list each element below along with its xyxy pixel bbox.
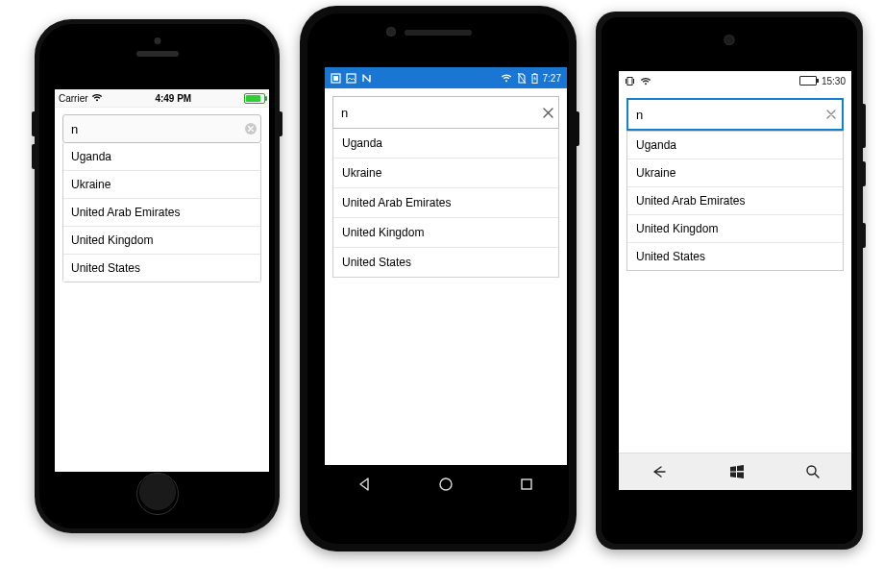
- triangle-back-icon: [356, 476, 374, 493]
- arrow-back-icon: [650, 464, 669, 479]
- suggestion-item[interactable]: Ukraine: [63, 171, 260, 199]
- wifi-icon: [640, 77, 651, 86]
- suggestion-item[interactable]: United Arab Emirates: [627, 187, 843, 215]
- clear-input-button[interactable]: [821, 109, 842, 120]
- back-button[interactable]: [354, 473, 377, 496]
- clear-input-button[interactable]: [537, 107, 558, 119]
- autocomplete-input-container: [62, 114, 261, 143]
- wifi-icon: [501, 73, 512, 83]
- iphone-screen: Carrier 4:49 PM: [55, 89, 269, 472]
- image-icon: [346, 73, 356, 84]
- autocomplete-input[interactable]: [63, 122, 240, 136]
- ios-app-content: Uganda Ukraine United Arab Emirates Unit…: [55, 107, 269, 472]
- autocomplete-input[interactable]: [628, 108, 821, 122]
- wp-bezel: 15:30 Uganda Ukraine United Arab Emirate…: [602, 17, 857, 544]
- carrier-label: Carrier: [59, 93, 88, 104]
- autocomplete-input-container: [332, 96, 559, 129]
- home-button[interactable]: [136, 473, 179, 515]
- suggestion-item[interactable]: Uganda: [333, 129, 558, 159]
- clock-label: 7:27: [543, 73, 561, 84]
- square-recents-icon: [518, 476, 535, 493]
- battery-icon: [244, 93, 265, 104]
- svg-rect-5: [533, 73, 536, 74]
- front-camera: [386, 27, 396, 37]
- android-nav-bar: [325, 465, 567, 503]
- suggestion-item[interactable]: United States: [63, 255, 260, 282]
- iphone-device: Carrier 4:49 PM: [35, 19, 280, 533]
- camera-button: [863, 223, 866, 248]
- autocomplete-suggestions: Uganda Ukraine United Arab Emirates Unit…: [332, 129, 559, 278]
- n-icon: [361, 73, 372, 84]
- wifi-icon: [91, 93, 103, 104]
- volume-up-button: [32, 111, 35, 136]
- windows-logo-icon: [729, 464, 745, 479]
- clock-label: 4:49 PM: [155, 93, 191, 104]
- volume-rocker: [863, 104, 866, 148]
- clear-input-button[interactable]: [240, 122, 260, 135]
- vibrate-icon: [625, 76, 635, 86]
- svg-point-6: [440, 478, 452, 490]
- circle-home-icon: [437, 476, 454, 493]
- android-bezel: 7:27 Uganda Ukraine United Arab Emirates: [307, 13, 569, 544]
- power-button: [280, 111, 282, 136]
- close-icon: [825, 109, 837, 120]
- start-button[interactable]: [729, 464, 745, 479]
- suggestion-item[interactable]: United Kingdom: [627, 215, 843, 243]
- iphone-bezel: Carrier 4:49 PM: [39, 24, 275, 528]
- wp-nav-bar: [619, 453, 851, 490]
- suggestion-item[interactable]: United Arab Emirates: [333, 188, 558, 218]
- battery-charging-icon: [531, 73, 538, 84]
- autocomplete-input[interactable]: [333, 106, 537, 120]
- ios-status-bar: Carrier 4:49 PM: [55, 89, 269, 108]
- earpiece-speaker: [136, 51, 179, 57]
- clock-label: 15:30: [822, 76, 846, 86]
- front-camera: [154, 37, 160, 44]
- battery-icon: [799, 76, 817, 86]
- autocomplete-input-container: [626, 98, 844, 131]
- android-device: 7:27 Uganda Ukraine United Arab Emirates: [300, 6, 577, 551]
- search-icon: [805, 464, 821, 479]
- svg-rect-8: [627, 77, 632, 85]
- suggestion-item[interactable]: Ukraine: [333, 159, 558, 188]
- earpiece-speaker: [405, 30, 472, 36]
- recents-button[interactable]: [515, 473, 538, 496]
- wp-screen: 15:30 Uganda Ukraine United Arab Emirate…: [619, 71, 851, 490]
- svg-rect-7: [522, 479, 531, 489]
- suggestion-item[interactable]: Uganda: [627, 132, 843, 159]
- wp-status-bar: 15:30: [619, 71, 851, 90]
- autocomplete-suggestions: Uganda Ukraine United Arab Emirates Unit…: [626, 131, 844, 271]
- volume-down-button: [32, 144, 35, 169]
- suggestion-item[interactable]: United States: [627, 243, 843, 270]
- device-comparison-stage: Carrier 4:49 PM: [0, 0, 884, 588]
- clear-circle-icon: [244, 122, 258, 135]
- svg-rect-2: [333, 76, 338, 81]
- wp-app-content: Uganda Ukraine United Arab Emirates Unit…: [619, 90, 851, 453]
- search-button[interactable]: [805, 464, 821, 479]
- svg-rect-3: [347, 74, 356, 83]
- suggestion-item[interactable]: Uganda: [63, 143, 260, 171]
- power-button: [863, 161, 866, 186]
- android-app-content: Uganda Ukraine United Arab Emirates Unit…: [325, 88, 567, 465]
- suggestion-item[interactable]: Ukraine: [627, 159, 843, 187]
- suggestion-item[interactable]: United Arab Emirates: [63, 199, 260, 227]
- power-button: [577, 111, 579, 146]
- suggestion-item[interactable]: United Kingdom: [333, 218, 558, 248]
- home-button[interactable]: [434, 473, 457, 496]
- autocomplete-suggestions: Uganda Ukraine United Arab Emirates Unit…: [62, 143, 261, 282]
- screenshot-icon: [331, 73, 341, 84]
- suggestion-item[interactable]: United States: [333, 248, 558, 277]
- no-sim-icon: [517, 73, 527, 84]
- close-icon: [542, 107, 554, 119]
- front-camera: [724, 35, 735, 45]
- suggestion-item[interactable]: United Kingdom: [63, 227, 260, 255]
- windows-phone-device: 15:30 Uganda Ukraine United Arab Emirate…: [596, 12, 863, 550]
- android-screen: 7:27 Uganda Ukraine United Arab Emirates: [325, 67, 567, 503]
- android-status-bar: 7:27: [325, 67, 567, 88]
- back-button[interactable]: [650, 464, 669, 479]
